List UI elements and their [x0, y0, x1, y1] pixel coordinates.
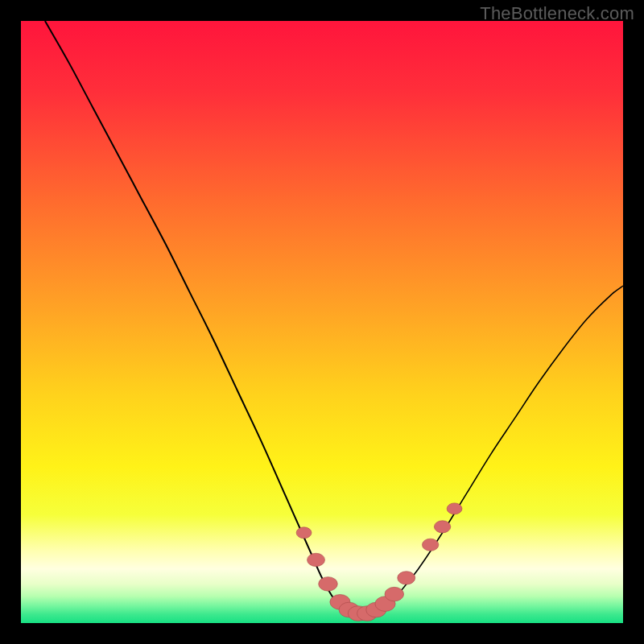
data-point: [296, 527, 312, 539]
chart-frame: TheBottleneck.com: [0, 0, 644, 644]
data-point: [422, 539, 438, 551]
data-point: [308, 553, 325, 566]
data-point: [434, 521, 450, 533]
watermark-text: TheBottleneck.com: [480, 3, 634, 23]
data-point: [447, 503, 462, 514]
data-point: [319, 577, 338, 592]
data-point: [385, 587, 404, 601]
bottleneck-curve: [21, 21, 623, 623]
data-point: [398, 572, 415, 584]
plot-area: [21, 21, 623, 623]
watermark-label: TheBottleneck.com: [480, 3, 634, 24]
